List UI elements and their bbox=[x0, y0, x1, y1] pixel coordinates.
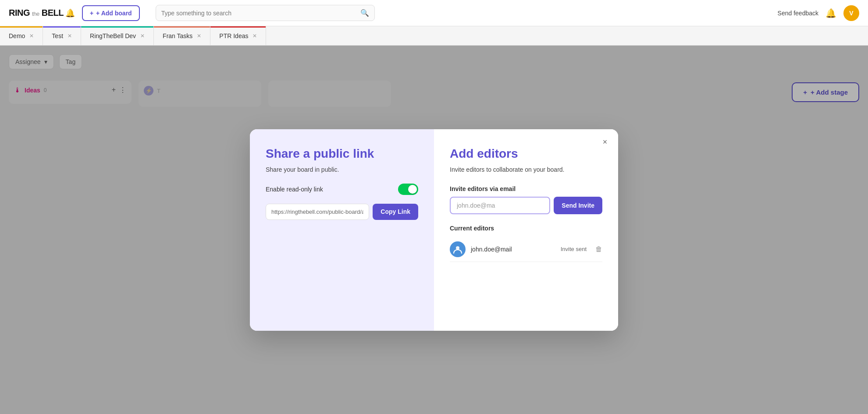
add-icon: + bbox=[90, 10, 93, 17]
enable-read-only-row: Enable read-only link bbox=[266, 184, 418, 195]
svg-point-0 bbox=[456, 246, 459, 250]
tab-rtb[interactable]: RingTheBell Dev ✕ bbox=[81, 26, 154, 45]
tab-test[interactable]: Test ✕ bbox=[43, 26, 81, 45]
tab-rtb-label: RingTheBell Dev bbox=[90, 32, 136, 39]
add-board-label: + Add board bbox=[96, 10, 132, 17]
tab-demo[interactable]: Demo ✕ bbox=[0, 26, 43, 45]
send-invite-button[interactable]: Send Invite bbox=[554, 197, 602, 214]
tab-demo-label: Demo bbox=[9, 32, 25, 39]
modal-right-panel: × Add editors Invite editors to collabor… bbox=[434, 129, 618, 331]
logo-bell-icon: 🔔 bbox=[65, 8, 75, 18]
tab-test-label: Test bbox=[52, 32, 63, 39]
read-only-toggle[interactable] bbox=[398, 184, 418, 195]
tab-fran-close-icon[interactable]: ✕ bbox=[197, 33, 201, 39]
delete-editor-0-button[interactable]: 🗑 bbox=[595, 245, 602, 253]
search-input[interactable] bbox=[161, 10, 357, 17]
current-editors-label: Current editors bbox=[450, 225, 602, 232]
tab-fran-label: Fran Tasks bbox=[163, 32, 192, 39]
enable-read-only-label: Enable read-only link bbox=[266, 186, 323, 193]
invite-row: Send Invite bbox=[450, 197, 602, 214]
public-link-input[interactable] bbox=[266, 204, 369, 220]
tab-ptr-close-icon[interactable]: ✕ bbox=[253, 33, 257, 39]
main-content: Assignee ▾ Tag 🌡 Ideas 0 + ⋮ ⚡ T bbox=[0, 46, 868, 414]
top-nav: RING the BELL 🔔 + + Add board 🔍 Send fee… bbox=[0, 0, 868, 26]
add-board-button[interactable]: + + Add board bbox=[82, 5, 140, 21]
copy-link-button[interactable]: Copy Link bbox=[373, 204, 418, 220]
tab-fran[interactable]: Fran Tasks ✕ bbox=[154, 26, 210, 45]
share-title: Share a public link bbox=[266, 147, 418, 161]
search-icon: 🔍 bbox=[360, 9, 369, 17]
nav-right: Send feedback 🔔 V bbox=[778, 5, 859, 21]
invite-via-email-label: Invite editors via email bbox=[450, 185, 602, 192]
invite-email-input[interactable] bbox=[450, 197, 550, 214]
add-editors-title: Add editors bbox=[450, 147, 602, 161]
delete-icon: 🗑 bbox=[595, 245, 602, 253]
tab-rtb-close-icon[interactable]: ✕ bbox=[140, 33, 145, 39]
invite-sent-status-0: Invite sent bbox=[561, 246, 587, 252]
editor-row-0: john.doe@mail Invite sent 🗑 bbox=[450, 237, 602, 262]
search-bar: 🔍 bbox=[156, 5, 375, 21]
tabs-row: Demo ✕ Test ✕ RingTheBell Dev ✕ Fran Tas… bbox=[0, 26, 868, 46]
share-description: Share your board in public. bbox=[266, 166, 418, 173]
link-row: Copy Link bbox=[266, 204, 418, 220]
editor-email-0: john.doe@mail bbox=[471, 246, 555, 253]
modal-close-button[interactable]: × bbox=[599, 136, 611, 149]
modal-overlay: Share a public link Share your board in … bbox=[0, 46, 868, 414]
editor-avatar-0 bbox=[450, 241, 466, 257]
avatar[interactable]: V bbox=[843, 5, 859, 21]
tab-ptr[interactable]: PTR Ideas ✕ bbox=[210, 26, 266, 45]
modal-left-panel: Share a public link Share your board in … bbox=[250, 129, 434, 331]
logo: RING the BELL 🔔 bbox=[9, 8, 75, 18]
add-editors-description: Invite editors to collaborate on your bo… bbox=[450, 166, 602, 173]
modal: Share a public link Share your board in … bbox=[250, 129, 618, 331]
send-feedback-button[interactable]: Send feedback bbox=[778, 10, 818, 17]
tab-demo-close-icon[interactable]: ✕ bbox=[29, 33, 34, 39]
logo-text: RING the BELL bbox=[9, 8, 64, 18]
tab-test-close-icon[interactable]: ✕ bbox=[68, 33, 72, 39]
notification-bell-icon[interactable]: 🔔 bbox=[825, 8, 836, 18]
tab-ptr-label: PTR Ideas bbox=[219, 32, 248, 39]
